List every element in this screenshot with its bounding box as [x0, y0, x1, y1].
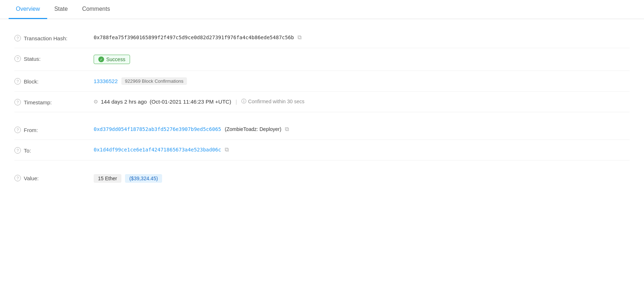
value-help-icon[interactable]: ?: [14, 175, 21, 181]
status-label: ? Status:: [14, 55, 94, 62]
timestamp-row: ? Timestamp: ⊙ 144 days 2 hrs ago (Oct-0…: [14, 92, 630, 112]
status-row: ? Status: ✓ Success: [14, 48, 630, 71]
transaction-hash-copy-icon[interactable]: ⧉: [298, 34, 301, 41]
from-label: ? From:: [14, 126, 94, 133]
tab-overview[interactable]: Overview: [9, 0, 47, 19]
ether-badge: 15 Ether: [94, 174, 121, 183]
from-address-name: (ZombieToadz: Deployer): [225, 126, 281, 132]
from-label-text: From:: [24, 127, 38, 133]
timestamp-clock-icon: ⊙: [94, 99, 98, 104]
status-label-text: Status:: [24, 56, 41, 62]
transaction-hash-label: ? Transaction Hash:: [14, 34, 94, 41]
from-row: ? From: 0xd379dd054f187852ab3fd5276e3907…: [14, 119, 630, 140]
to-help-icon[interactable]: ?: [14, 147, 21, 154]
transaction-hash-row: ? Transaction Hash: 0x788fea75f396016589…: [14, 28, 630, 48]
block-row: ? Block: 13336522 922969 Block Confirmat…: [14, 71, 630, 92]
tab-comments[interactable]: Comments: [75, 0, 117, 19]
value-row: ? Value: 15 Ether ($39,324.45): [14, 168, 630, 189]
from-copy-icon[interactable]: ⧉: [285, 126, 289, 132]
block-number-link[interactable]: 13336522: [94, 78, 118, 84]
block-label-text: Block:: [24, 78, 39, 85]
status-value: ✓ Success: [94, 55, 630, 64]
tab-state[interactable]: State: [47, 0, 75, 19]
overview-content: ? Transaction Hash: 0x788fea75f396016589…: [0, 19, 644, 198]
transaction-hash-text: 0x788fea75f3960165899f2f497c5d9ce0d82d27…: [94, 35, 294, 40]
to-copy-icon[interactable]: ⧉: [225, 146, 229, 153]
confirmed-text: Confirmed within 30 secs: [248, 99, 304, 104]
transaction-hash-help-icon[interactable]: ?: [14, 35, 21, 41]
to-address-link[interactable]: 0x1d4df99ce1ce6e1af42471865673a4e523bad0…: [94, 147, 221, 153]
confirmed-info-icon: ⓘ: [241, 98, 246, 105]
block-confirmations-badge: 922969 Block Confirmations: [121, 77, 187, 85]
to-row: ? To: 0x1d4df99ce1ce6e1af42471865673a4e5…: [14, 140, 630, 160]
from-value: 0xd379dd054f187852ab3fd5276e3907b9ed5c60…: [94, 126, 630, 132]
section-divider: [14, 112, 630, 119]
from-address-link[interactable]: 0xd379dd054f187852ab3fd5276e3907b9ed5c60…: [94, 126, 221, 132]
usd-badge: ($39,324.45): [125, 174, 162, 183]
timestamp-separator: |: [236, 99, 237, 105]
timestamp-value: ⊙ 144 days 2 hrs ago (Oct-01-2021 11:46:…: [94, 98, 630, 105]
tabs-container: Overview State Comments: [0, 0, 644, 19]
to-value: 0x1d4df99ce1ce6e1af42471865673a4e523bad0…: [94, 146, 630, 153]
to-label-text: To:: [24, 148, 31, 154]
to-label: ? To:: [14, 146, 94, 154]
value-value: 15 Ether ($39,324.45): [94, 174, 630, 183]
block-label: ? Block:: [14, 77, 94, 85]
timestamp-label: ? Timestamp:: [14, 98, 94, 105]
from-help-icon[interactable]: ?: [14, 127, 21, 133]
timestamp-relative: 144 days 2 hrs ago: [101, 99, 147, 105]
section-divider-2: [14, 160, 630, 168]
value-label: ? Value:: [14, 174, 94, 181]
timestamp-absolute: (Oct-01-2021 11:46:23 PM +UTC): [150, 99, 231, 105]
status-badge: ✓ Success: [94, 55, 130, 64]
transaction-hash-value: 0x788fea75f3960165899f2f497c5d9ce0d82d27…: [94, 34, 630, 41]
timestamp-label-text: Timestamp:: [24, 99, 52, 105]
status-help-icon[interactable]: ?: [14, 55, 21, 62]
timestamp-confirmed: ⓘ Confirmed within 30 secs: [241, 98, 304, 105]
block-value: 13336522 922969 Block Confirmations: [94, 77, 630, 85]
timestamp-help-icon[interactable]: ?: [14, 99, 21, 105]
block-help-icon[interactable]: ?: [14, 78, 21, 85]
transaction-hash-label-text: Transaction Hash:: [24, 35, 67, 41]
status-badge-text: Success: [106, 56, 125, 62]
status-check-icon: ✓: [98, 56, 104, 62]
value-label-text: Value:: [24, 175, 39, 181]
